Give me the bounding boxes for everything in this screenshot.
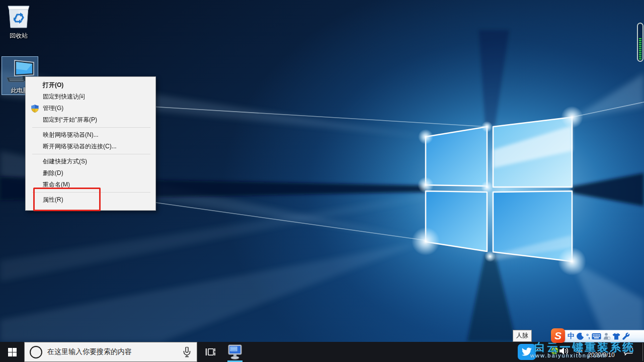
soft-keyboard-icon[interactable] [592,331,601,341]
settings-wrench-icon[interactable] [622,331,630,341]
task-view-button[interactable] [200,342,220,362]
menu-item-disconnect-network-drive[interactable]: 断开网络驱动器的连接(C)... [26,141,155,152]
recycle-bin-label: 回收站 [3,32,34,40]
menu-item-open[interactable]: 打开(O) [26,79,155,91]
menu-item-rename[interactable]: 重命名(M) [26,179,155,191]
menu-separator [32,154,150,154]
menu-item-pin-quick-access[interactable]: 固定到快速访问 [26,91,155,103]
cortana-circle-icon [30,346,42,358]
menu-item-map-network-drive[interactable]: 映射网络驱动器(N)... [26,129,155,141]
menu-item-properties[interactable]: 属性(R) [26,194,155,206]
file-explorer-icon [227,344,243,359]
level-indicator [637,23,643,62]
punctuation-icon[interactable]: °, [586,331,590,341]
recycle-bin-desktop-icon[interactable]: 回收站 [3,4,34,40]
chinese-mode-button[interactable]: 中 [568,331,575,341]
watermark-url: www.baiyunxitong.com [530,352,607,358]
menu-separator [32,192,150,193]
show-desktop-button[interactable] [642,343,643,361]
search-box[interactable]: 在这里输入你要搜索的内容 [24,342,197,362]
skin-icon[interactable] [612,331,620,341]
menu-separator [32,127,150,128]
people-tooltip: 人脉 [513,330,532,342]
file-explorer-button[interactable] [224,342,246,362]
context-menu: 打开(O) 固定到快速访问 管理(G) 固定到“开始”屏幕(P) 映射网络驱动器… [25,76,156,211]
start-icon [8,348,17,356]
moon-night-mode-icon[interactable] [577,331,584,341]
task-view-icon [205,347,215,356]
ime-toolbar: 中 °, [555,330,644,342]
uac-shield-icon [31,105,39,113]
search-placeholder: 在这里输入你要搜索的内容 [47,347,183,356]
start-button[interactable] [0,342,24,362]
recycle-bin-icon [7,4,31,29]
menu-item-manage-label: 管理(G) [43,105,63,112]
level-indicator-fill [639,37,641,59]
menu-item-create-shortcut[interactable]: 创建快捷方式(S) [26,156,155,167]
microphone-icon[interactable] [183,347,191,357]
menu-item-manage[interactable]: 管理(G) [26,103,155,114]
menu-item-delete[interactable]: 删除(D) [26,167,155,179]
menu-item-pin-to-start[interactable]: 固定到“开始”屏幕(P) [26,114,155,126]
voice-input-icon[interactable] [603,331,610,341]
sogou-logo[interactable]: S [551,328,565,343]
